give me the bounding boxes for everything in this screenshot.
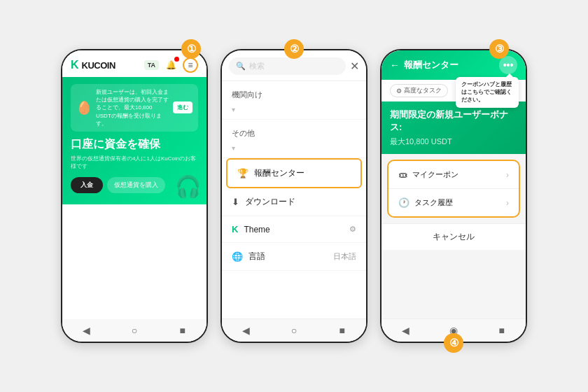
kucoin-icon: K xyxy=(232,224,238,234)
menu-list: 機関向け ▾ その他 ▾ 🏆 報酬センター xyxy=(222,81,366,318)
back-button[interactable]: ◀ xyxy=(79,323,93,337)
download-label: ⬇ ダウンロード xyxy=(232,196,295,208)
phone1-hero: 🥚 新規ユーザーは、初回入金または仮想通貨の購入を完了することで、最大10,80… xyxy=(62,77,206,204)
home-button[interactable]: ○ xyxy=(287,323,301,337)
search-placeholder: 検索 xyxy=(249,61,265,71)
annotation-2: ② xyxy=(284,39,304,59)
chevron-down-icon: ▾ xyxy=(232,144,235,152)
phone3-hero-title: 期間限定の新規ユーザーボナス: xyxy=(390,108,517,134)
recents-button[interactable]: ■ xyxy=(176,323,190,337)
phone3-card: 🎟 マイクーポン › 🕐 タスク履歴 › xyxy=(387,160,520,218)
annotation-1: ① xyxy=(181,39,201,59)
promo-banner: 🥚 新規ユーザーは、初回入金または仮想通貨の購入を完了することで、最大10,80… xyxy=(71,84,198,132)
kucoin-wordmark: KUCOIN xyxy=(82,60,115,71)
trophy-icon: 🏆 xyxy=(237,168,248,178)
phone3-screen: ← 報酬センター ••• クーポンハブと履歴はこちらでご確認ください。 ⚙ 高度… xyxy=(382,50,526,342)
settings-icon: ⚙ xyxy=(349,225,356,234)
back-button[interactable]: ◀ xyxy=(239,323,253,337)
section-institutional: 機関向け xyxy=(222,81,366,103)
rewards-center-text: 報酬センター xyxy=(254,167,304,179)
hero-subtitle: 世界の仮想通貨保有者の4人に1人はKuCoinのお客様です xyxy=(71,155,198,170)
download-menu-item[interactable]: ⬇ ダウンロード xyxy=(222,188,366,216)
back-button[interactable]: ← xyxy=(390,59,400,71)
section-other: その他 xyxy=(222,120,366,141)
phone3-container: ③ ④ ← 報酬センター ••• クーポンハブと履歴はこちらでご確認ください。 xyxy=(380,49,527,343)
phone1-spacer xyxy=(62,204,206,319)
my-coupon-item[interactable]: 🎟 マイクーポン › xyxy=(388,161,519,189)
phone2-container: ② 🔍 検索 ✕ 機関向け ▾ xyxy=(220,49,368,343)
globe-icon: 🌐 xyxy=(232,251,243,262)
download-text: ダウンロード xyxy=(245,196,295,208)
phone1-screen: K KUCOIN TA 🔔 ≡ xyxy=(62,50,206,342)
recents-button[interactable]: ■ xyxy=(335,323,349,337)
language-label: 🌐 言語 xyxy=(232,251,265,262)
more-button[interactable]: ••• クーポンハブと履歴はこちらでご確認ください。 xyxy=(499,56,517,74)
language-value: 日本語 xyxy=(333,251,356,262)
search-box[interactable]: 🔍 検索 xyxy=(229,57,346,75)
theme-label: K Theme xyxy=(232,224,270,234)
phone2-bottom-bar: ◀ ○ ■ xyxy=(222,318,366,342)
promo-text: 新規ユーザーは、初回入金または仮想通貨の購入を完了することで、最大10,800 … xyxy=(96,88,169,127)
phones-row: ① K KUCOIN TA 🔔 xyxy=(61,49,527,343)
notif-dot xyxy=(174,57,179,62)
filter-icon: ⚙ xyxy=(396,88,402,94)
ta-badge: TA xyxy=(144,60,159,70)
chevron-down-icon: ▾ xyxy=(232,106,235,113)
my-coupon-text: マイクーポン xyxy=(412,169,458,180)
phone3-hero-amount: 最大10,800 USDT xyxy=(390,136,517,147)
cancel-button[interactable]: キャンセル xyxy=(382,223,526,250)
annotation-3: ③ xyxy=(489,39,509,59)
rewards-center-menu-item[interactable]: 🏆 報酬センター xyxy=(226,158,362,188)
annotation-4: ④ xyxy=(444,333,463,353)
phone2: 🔍 検索 ✕ 機関向け ▾ その他 ▾ xyxy=(220,49,368,343)
task-history-item[interactable]: 🕐 タスク履歴 › xyxy=(388,189,519,216)
phone1: K KUCOIN TA 🔔 ≡ xyxy=(61,49,208,343)
my-coupon-label: 🎟 マイクーポン xyxy=(398,169,458,180)
language-menu-item[interactable]: 🌐 言語 日本語 xyxy=(222,243,366,271)
search-icon: 🔍 xyxy=(236,62,246,71)
hero-title: 口座に資金を確保 xyxy=(71,137,198,152)
kucoin-logo: K KUCOIN xyxy=(71,59,115,71)
download-icon: ⬇ xyxy=(232,197,239,207)
phone1-container: ① K KUCOIN TA 🔔 xyxy=(61,49,208,343)
phone3-title: 報酬センター xyxy=(404,59,495,71)
tooltip-bubble: クーポンハブと履歴はこちらでご確認ください。 xyxy=(456,77,519,108)
home-button[interactable]: ○ xyxy=(127,323,141,337)
task-history-text: タスク履歴 xyxy=(414,197,453,208)
kucoin-k-icon: K xyxy=(71,59,79,71)
page-wrapper: ① K KUCOIN TA 🔔 xyxy=(0,0,588,392)
header-icons: TA 🔔 ≡ xyxy=(144,57,198,73)
more-icon: ••• xyxy=(503,59,514,71)
close-button[interactable]: ✕ xyxy=(350,59,359,73)
coupon-icon: 🎟 xyxy=(398,169,407,180)
clock-icon: 🕐 xyxy=(398,197,410,208)
theme-right: ⚙ xyxy=(349,225,356,234)
hero-decoration: 🎧 xyxy=(175,174,201,199)
filter-label: 高度なタスク xyxy=(404,86,442,95)
buy-crypto-button[interactable]: 仮想通貨を購入 xyxy=(107,177,165,193)
promo-button[interactable]: 進む xyxy=(173,102,192,113)
phone3-spacer xyxy=(382,250,526,318)
back-button[interactable]: ◀ xyxy=(398,323,412,337)
chevron-right-icon: › xyxy=(506,170,509,180)
phone3: ← 報酬センター ••• クーポンハブと履歴はこちらでご確認ください。 ⚙ 高度… xyxy=(380,49,527,343)
promo-icon: 🥚 xyxy=(76,100,92,115)
phone1-bottom-bar: ◀ ○ ■ xyxy=(62,319,206,342)
theme-menu-item[interactable]: K Theme ⚙ xyxy=(222,216,366,243)
phone3-hero: 期間限定の新規ユーザーボナス: 最大10,800 USDT xyxy=(382,102,526,154)
language-text: 言語 xyxy=(248,251,265,262)
notification-button[interactable]: 🔔 xyxy=(163,57,178,73)
task-history-label: 🕐 タスク履歴 xyxy=(398,197,453,208)
menu-button[interactable]: ≡ xyxy=(183,57,198,73)
theme-text: Theme xyxy=(244,225,270,234)
deposit-button[interactable]: 入金 xyxy=(71,177,103,193)
advanced-tasks-filter[interactable]: ⚙ 高度なタスク xyxy=(390,84,448,97)
rewards-center-label: 🏆 報酬センター xyxy=(237,167,304,179)
phone2-screen: 🔍 検索 ✕ 機関向け ▾ その他 ▾ xyxy=(222,50,366,342)
chevron-right-icon: › xyxy=(506,198,509,208)
recents-button[interactable]: ■ xyxy=(495,323,509,337)
menu-item[interactable]: ▾ xyxy=(222,141,366,158)
menu-item[interactable]: ▾ xyxy=(222,103,366,120)
